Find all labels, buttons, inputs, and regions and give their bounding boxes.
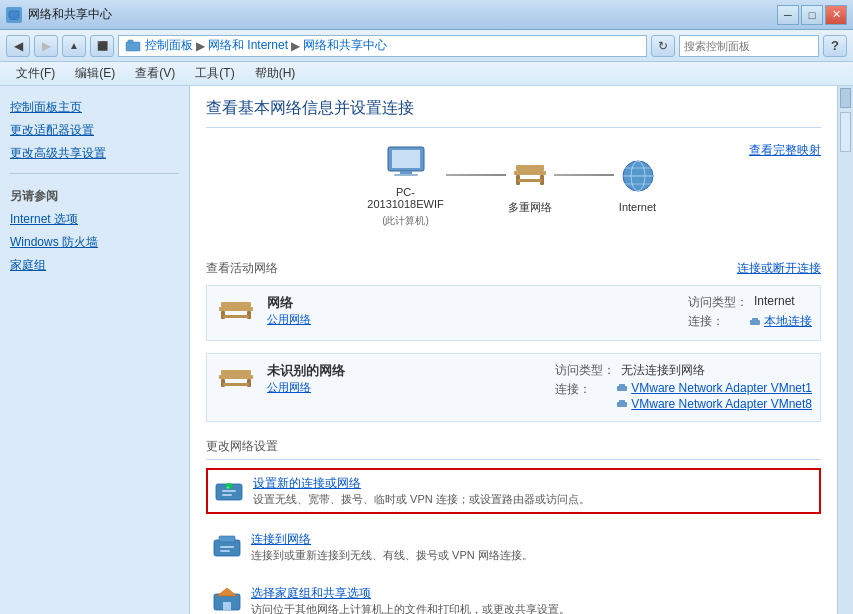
change-settings-title: 更改网络设置 [206, 438, 821, 460]
active-networks-section: 查看活动网络 连接或断开连接 [206, 260, 821, 277]
address-bar: ◀ ▶ ▲ ⬛ 控制面板 ▶ 网络和 Internet ▶ 网络和共享中心 ↻ … [0, 30, 853, 62]
sidebar-link-internet[interactable]: Internet 选项 [0, 208, 189, 231]
title-bar: 网络和共享中心 ─ □ ✕ [0, 0, 853, 30]
svg-rect-8 [394, 174, 418, 176]
svg-rect-25 [752, 318, 758, 321]
scrollbar[interactable] [837, 86, 853, 614]
net-node-internet: Internet [614, 157, 662, 213]
network1-info: 网络 公用网络 [267, 294, 678, 327]
menu-tools[interactable]: 工具(T) [187, 63, 242, 84]
sidebar: 控制面板主页 更改适配器设置 更改高级共享设置 另请参阅 Internet 选项… [0, 86, 190, 614]
net-node-computer: PC-20131018EWIF (此计算机) [366, 142, 446, 228]
sidebar-link-firewall[interactable]: Windows 防火墙 [0, 231, 189, 254]
settings-item-1-text: 设置新的连接或网络 设置无线、宽带、拨号、临时或 VPN 连接；或设置路由器或访… [253, 475, 590, 507]
minimize-button[interactable]: ─ [777, 5, 799, 25]
menu-help[interactable]: 帮助(H) [247, 63, 304, 84]
network-diagram: PC-20131018EWIF (此计算机) [206, 142, 821, 228]
close-button[interactable]: ✕ [825, 5, 847, 25]
settings-item-1[interactable]: + 设置新的连接或网络 设置无线、宽带、拨号、临时或 VPN 连接；或设置路由器… [206, 468, 821, 514]
active-networks-label: 查看活动网络 [206, 260, 278, 277]
svg-rect-7 [400, 171, 412, 174]
svg-text:+: + [227, 484, 230, 490]
svg-rect-13 [516, 165, 544, 171]
svg-rect-30 [221, 370, 251, 375]
forward-button[interactable]: ▶ [34, 35, 58, 57]
breadcrumb-part2: 网络和 Internet [208, 37, 288, 54]
settings-item-3-text: 选择家庭组和共享选项 访问位于其他网络上计算机上的文件和打印机，或更改共享设置。 [251, 585, 570, 614]
menu-view[interactable]: 查看(V) [127, 63, 183, 84]
sidebar-link-home[interactable]: 控制面板主页 [0, 96, 189, 119]
menu-edit[interactable]: 编辑(E) [67, 63, 123, 84]
vmnet1-icon [616, 382, 628, 394]
settings-item-2-desc: 连接到或重新连接到无线、有线、拨号或 VPN 网络连接。 [251, 548, 533, 563]
network2-icon [215, 362, 257, 398]
svg-rect-1 [12, 18, 16, 20]
svg-rect-43 [220, 550, 230, 552]
net-node2-label: 多重网络 [508, 200, 552, 215]
network2-type[interactable]: 公用网络 [267, 380, 545, 395]
svg-rect-29 [223, 383, 249, 386]
svg-rect-9 [514, 171, 546, 175]
new-connection-icon: + [213, 475, 245, 503]
network1-conn-row: 连接： 本地连接 [688, 313, 812, 330]
svg-marker-45 [217, 588, 237, 596]
svg-rect-19 [219, 307, 253, 311]
maximize-button[interactable]: □ [801, 5, 823, 25]
network2-info: 未识别的网络 公用网络 [267, 362, 545, 395]
breadcrumb-part3: 网络和共享中心 [303, 37, 387, 54]
settings-item-1-desc: 设置无线、宽带、拨号、临时或 VPN 连接；或设置路由器或访问点。 [253, 492, 590, 507]
breadcrumb-arrow1: ▶ [196, 39, 205, 53]
sidebar-link-adapters[interactable]: 更改适配器设置 [0, 119, 189, 142]
settings-item-1-name[interactable]: 设置新的连接或网络 [253, 475, 590, 492]
recent-button[interactable]: ⬛ [90, 35, 114, 57]
computer-icon [382, 142, 430, 182]
network-item-1: 网络 公用网络 访问类型： Internet 连接： 本地连接 [206, 285, 821, 341]
svg-rect-26 [219, 375, 253, 379]
main-layout: 控制面板主页 更改适配器设置 更改高级共享设置 另请参阅 Internet 选项… [0, 86, 853, 614]
network1-type[interactable]: 公用网络 [267, 312, 678, 327]
net-line-1 [446, 174, 506, 176]
up-button[interactable]: ▲ [62, 35, 86, 57]
sidebar-divider [10, 173, 179, 174]
address-path[interactable]: 控制面板 ▶ 网络和 Internet ▶ 网络和共享中心 [118, 35, 647, 57]
menu-bar: 文件(F) 编辑(E) 查看(V) 工具(T) 帮助(H) [0, 62, 853, 86]
settings-item-3-name[interactable]: 选择家庭组和共享选项 [251, 585, 570, 602]
sidebar-link-homegroup[interactable]: 家庭组 [0, 254, 189, 277]
net-node-multi: 多重网络 [506, 156, 554, 215]
network2-conn-value2[interactable]: VMware Network Adapter VMnet8 [631, 397, 812, 411]
settings-item-3[interactable]: 选择家庭组和共享选项 访问位于其他网络上计算机上的文件和打印机，或更改共享设置。 [206, 580, 821, 614]
network2-conn-value1[interactable]: VMware Network Adapter VMnet1 [631, 381, 812, 395]
svg-rect-2 [10, 19, 18, 20]
network-item-2: 未识别的网络 公用网络 访问类型： 无法连接到网络 连接： VMware Net… [206, 353, 821, 422]
connection-icon [749, 316, 761, 328]
svg-rect-34 [619, 400, 625, 403]
svg-rect-46 [223, 602, 231, 610]
menu-file[interactable]: 文件(F) [8, 63, 63, 84]
settings-item-2[interactable]: 连接到网络 连接到或重新连接到无线、有线、拨号或 VPN 网络连接。 [206, 526, 821, 568]
svg-rect-22 [223, 315, 249, 318]
globe-icon [614, 157, 662, 197]
content-area: 查看基本网络信息并设置连接 PC-20131018EWIF (此计算机) [190, 86, 837, 614]
svg-rect-42 [220, 546, 234, 548]
back-button[interactable]: ◀ [6, 35, 30, 57]
network2-conn-label: 连接： [555, 381, 610, 411]
vmnet8-icon [616, 398, 628, 410]
network1-name: 网络 [267, 294, 678, 312]
sidebar-other-title: 另请参阅 [0, 182, 189, 208]
sidebar-link-advanced[interactable]: 更改高级共享设置 [0, 142, 189, 165]
homegroup-icon [211, 585, 243, 613]
settings-item-2-name[interactable]: 连接到网络 [251, 531, 533, 548]
svg-rect-32 [619, 384, 625, 387]
network2-conn-row: 连接： VMware Network Adapter VMnet1 VMware… [555, 381, 812, 411]
network1-access-label: 访问类型： [688, 294, 748, 311]
search-input[interactable] [684, 40, 822, 52]
view-map-link[interactable]: 查看完整映射 [749, 142, 821, 159]
network2-access-row: 访问类型： 无法连接到网络 [555, 362, 812, 379]
app-icon [6, 7, 22, 23]
refresh-button[interactable]: ↻ [651, 35, 675, 57]
help-button[interactable]: ? [823, 35, 847, 57]
svg-rect-6 [392, 150, 420, 168]
network1-conn-value[interactable]: 本地连接 [764, 313, 812, 330]
svg-rect-38 [222, 490, 236, 492]
connect-disconnect-link[interactable]: 连接或断开连接 [737, 260, 821, 277]
